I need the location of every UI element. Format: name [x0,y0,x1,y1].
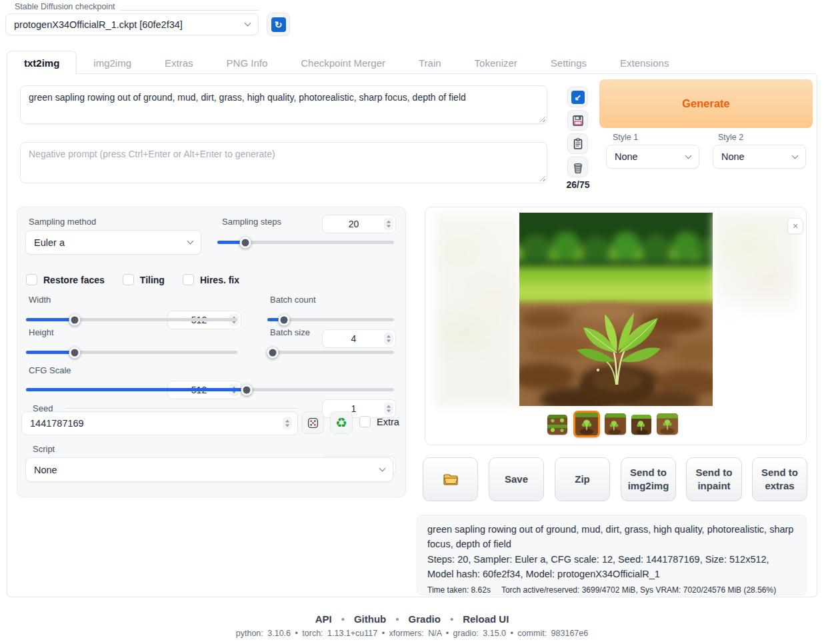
sampling-steps-value: 20 [349,219,359,229]
paste-generation-params-button[interactable]: ↙ [567,87,588,107]
generated-image[interactable] [519,213,713,406]
batch-size-slider[interactable] [267,347,394,359]
batch-size-label: Batch size [270,327,310,337]
save-style-button[interactable] [567,110,588,131]
seed-input[interactable]: 1441787169 [21,411,298,435]
style2-label: Style 2 [718,133,743,142]
tiling-option[interactable]: Tiling [123,274,165,285]
main-tabs: txt2img img2img Extras PNG Info Checkpoi… [7,51,685,75]
gradio-link[interactable]: Gradio [409,613,441,625]
close-gallery-button[interactable]: × [787,218,803,234]
refresh-icon: ↻ [271,17,286,32]
output-params-text: Steps: 20, Sampler: Euler a, CFG scale: … [427,552,798,582]
tab-checkpoint-merger[interactable]: Checkpoint Merger [284,51,402,75]
send-to-img2img-button[interactable]: Send to img2img [621,457,676,501]
tiling-checkbox[interactable] [123,274,134,285]
save-button[interactable]: Save [489,457,544,501]
batch-count-slider-handle[interactable] [278,314,289,325]
sampling-steps-input[interactable]: 20 [322,215,396,233]
tab-txt2img[interactable]: txt2img [7,51,77,75]
negative-prompt-input[interactable] [20,142,547,183]
batch-count-input[interactable]: 4 [322,329,396,348]
sampling-steps-spinner[interactable] [384,218,393,231]
hires-fix-checkbox[interactable] [183,274,194,285]
open-folder-button[interactable] [423,457,478,501]
separator-dot: • [341,613,345,625]
zip-button[interactable]: Zip [555,457,610,501]
send-to-extras-button[interactable]: Send to extras [752,457,807,501]
github-link[interactable]: Github [354,613,386,625]
restore-faces-option[interactable]: Restore faces [26,274,105,285]
gallery-thumbnail[interactable] [657,413,678,435]
batch-count-spinner[interactable] [384,333,393,345]
output-gallery: × [425,207,807,445]
seed-value: 1441787169 [30,418,84,429]
script-value: None [34,465,57,475]
gallery-thumbnail[interactable] [605,413,626,435]
send-to-inpaint-button[interactable]: Send to inpaint [686,457,742,501]
batch-count-slider[interactable] [267,314,394,326]
sampling-method-dropdown[interactable]: Euler a [25,230,201,255]
tiling-label: Tiling [140,275,165,285]
prompt-input[interactable]: green sapling rowing out of ground, mud,… [20,85,547,124]
checkpoint-dropdown[interactable]: protogenX34OfficialR_1.ckpt [60fe2f34] [5,13,259,35]
batch-size-value: 1 [351,403,357,414]
tab-extras[interactable]: Extras [148,51,210,75]
tab-extensions[interactable]: Extensions [603,51,685,75]
restore-faces-checkbox[interactable] [26,274,37,285]
batch-size-slider-handle[interactable] [267,347,278,358]
random-seed-button[interactable] [301,411,324,434]
tab-settings[interactable]: Settings [534,51,603,75]
width-label: Width [29,295,51,305]
style1-label: Style 1 [613,133,638,142]
arrow-down-left-icon: ↙ [571,91,585,104]
refresh-checkpoint-button[interactable]: ↻ [267,13,290,36]
gallery-thumbnail-selected[interactable] [573,411,600,437]
height-slider-handle[interactable] [69,347,80,358]
api-link[interactable]: API [315,613,332,625]
output-prompt-text: green sapling rowing out of ground, mud,… [427,522,798,552]
style2-dropdown[interactable]: None [713,145,806,169]
checkpoint-label-line [120,10,259,11]
thumbnail-image [657,413,678,435]
chevron-down-icon [379,465,386,472]
apply-style-button[interactable] [567,133,588,154]
adjacent-image-blur-left [435,213,519,406]
seed-spinner[interactable] [283,417,292,430]
tab-tokenizer[interactable]: Tokenizer [458,51,534,75]
chevron-down-icon [187,238,194,245]
sampling-steps-slider-handle[interactable] [240,237,251,248]
seed-label-line [65,408,297,409]
script-label: Script [33,444,55,454]
time-taken-text: Time taken: 8.62s [427,585,491,595]
tab-png-info[interactable]: PNG Info [210,51,285,75]
hires-fix-option[interactable]: Hires. fix [183,274,239,285]
adjacent-image-blur-right [713,213,798,323]
script-dropdown[interactable]: None [25,457,393,482]
batch-size-spinner[interactable] [384,403,393,415]
tab-train[interactable]: Train [402,51,458,75]
restore-faces-label: Restore faces [43,275,105,285]
chevron-down-icon [245,20,251,27]
extra-seed-option[interactable]: Extra [359,416,399,427]
checkpoint-label: Stable Diffusion checkpoint [15,2,115,11]
tab-img2img[interactable]: img2img [77,51,148,75]
width-slider[interactable] [26,314,237,326]
style1-dropdown[interactable]: None [606,145,699,169]
reuse-seed-button[interactable]: ♻ [330,411,353,434]
batch-count-value: 4 [351,333,357,344]
height-slider[interactable] [26,347,237,359]
width-slider-handle[interactable] [69,314,80,325]
extra-seed-checkbox[interactable] [359,416,371,427]
gallery-thumbnail[interactable] [631,415,651,435]
reload-ui-link[interactable]: Reload UI [463,613,509,625]
cfg-scale-slider-handle[interactable] [241,384,253,395]
generate-button[interactable]: Generate [599,79,813,128]
sampling-steps-slider[interactable] [217,237,394,249]
gallery-thumbnail-grid[interactable] [547,415,567,435]
cfg-scale-slider[interactable] [26,384,394,396]
footer-links: API • Github • Gradio • Reload UI [0,613,824,625]
folder-icon [443,473,459,486]
clear-prompt-button[interactable] [567,157,588,177]
thumbnail-image [547,415,567,435]
